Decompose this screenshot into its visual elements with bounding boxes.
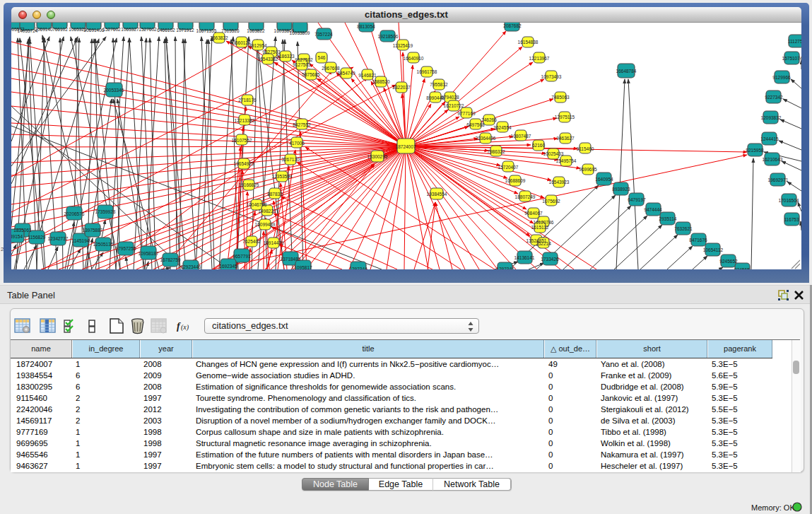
svg-text:12093832: 12093832: [761, 115, 782, 120]
svg-text:15720407: 15720407: [498, 165, 519, 170]
svg-text:9227342: 9227342: [765, 95, 783, 100]
svg-text:1527602: 1527602: [102, 27, 121, 32]
svg-text:20364436: 20364436: [476, 136, 496, 141]
svg-text:18807249: 18807249: [515, 194, 536, 199]
svg-text:1498222: 1498222: [258, 209, 276, 214]
svg-text:16640910: 16640910: [404, 56, 424, 61]
svg-text:3267130: 3267130: [281, 157, 300, 162]
svg-text:16648784: 16648784: [616, 69, 637, 74]
svg-text:8454749: 8454749: [337, 71, 355, 76]
svg-text:766102: 766102: [52, 27, 68, 32]
svg-text:15495754: 15495754: [556, 158, 577, 163]
svg-text:16914479: 16914479: [264, 240, 284, 245]
svg-text:17957255: 17957255: [116, 246, 136, 251]
svg-text:1615112: 1615112: [531, 225, 549, 230]
svg-text:6497568: 6497568: [466, 122, 485, 127]
svg-text:8427552: 8427552: [293, 122, 311, 127]
svg-text:3624554: 3624554: [493, 125, 512, 130]
svg-text:7357224: 7357224: [314, 32, 333, 37]
svg-text:546: 546: [318, 55, 326, 60]
svg-text:16961758: 16961758: [417, 69, 437, 74]
svg-text:2087682: 2087682: [503, 23, 522, 28]
svg-text:39154: 39154: [11, 234, 23, 239]
svg-text:1065327: 1065327: [121, 27, 139, 32]
svg-text:1145194: 1145194: [72, 238, 90, 243]
svg-text:1663822: 1663822: [247, 28, 265, 33]
svg-text:14136141: 14136141: [514, 255, 535, 260]
svg-text:1112753: 1112753: [788, 39, 801, 44]
svg-text:12975115: 12975115: [555, 115, 575, 119]
svg-text:20691406: 20691406: [84, 28, 105, 33]
svg-text:1292344: 1292344: [349, 267, 367, 270]
svg-text:1733426: 1733426: [541, 257, 559, 262]
svg-text:8186323: 8186323: [276, 54, 295, 59]
svg-text:12342737: 12342737: [48, 236, 69, 241]
svg-text:2069140: 2069140: [35, 27, 53, 32]
svg-text:16543382: 16543382: [258, 57, 278, 62]
svg-text:17359928: 17359928: [95, 209, 116, 214]
svg-text:6479197: 6479197: [628, 197, 646, 202]
svg-text:1588520: 1588520: [372, 79, 390, 84]
svg-text:16782759: 16782759: [160, 257, 181, 262]
svg-text:18724007: 18724007: [396, 144, 416, 149]
svg-text:16210643: 16210643: [763, 157, 783, 162]
svg-text:924565: 924565: [734, 267, 750, 270]
svg-text:7515526: 7515526: [221, 28, 240, 33]
svg-text:116753: 116753: [784, 217, 799, 222]
svg-text:8813054: 8813054: [357, 24, 375, 29]
svg-text:1244415: 1244415: [760, 136, 779, 141]
svg-text:16543923: 16543923: [549, 180, 570, 185]
svg-text:7955812: 7955812: [430, 82, 448, 87]
svg-text:1835061: 1835061: [13, 228, 32, 233]
svg-text:19218506: 19218506: [378, 34, 399, 39]
svg-text:10025433: 10025433: [543, 151, 564, 156]
svg-text:6466102: 6466102: [157, 28, 175, 33]
svg-text:16154838: 16154838: [518, 40, 539, 45]
svg-text:16033809: 16033809: [290, 30, 310, 35]
svg-text:12353594: 12353594: [272, 174, 293, 179]
svg-text:8938923: 8938923: [612, 187, 630, 192]
svg-text:9245652: 9245652: [719, 259, 738, 264]
svg-text:9474444: 9474444: [644, 207, 662, 212]
svg-text:19166825: 19166825: [239, 182, 259, 187]
svg-text:12923446: 12923446: [181, 264, 201, 269]
svg-text:10654112: 10654112: [703, 247, 724, 252]
svg-text:9129966: 9129966: [772, 75, 791, 80]
svg-text:17016504: 17016504: [779, 198, 799, 203]
svg-text:9463627: 9463627: [556, 136, 575, 141]
svg-text:10973493: 10973493: [541, 74, 562, 79]
svg-text:1640954: 1640954: [595, 177, 613, 182]
svg-text:252214: 252214: [536, 241, 551, 246]
svg-text:746266: 746266: [481, 117, 497, 122]
svg-text:2935114: 2935114: [659, 216, 677, 221]
svg-text:9127503: 9127503: [293, 62, 311, 67]
svg-text:10958187: 10958187: [139, 251, 159, 256]
svg-text:9115460: 9115460: [577, 146, 594, 151]
svg-text:16107552: 16107552: [232, 138, 252, 143]
svg-text:16120746: 16120746: [534, 220, 554, 225]
svg-text:9146821: 9146821: [358, 73, 377, 78]
svg-text:9777169: 9777169: [457, 111, 476, 116]
svg-text:1692345: 1692345: [219, 264, 237, 269]
svg-text:19692971: 19692971: [768, 177, 789, 182]
svg-text:11325419: 11325419: [393, 43, 413, 48]
svg-text:1071912: 1071912: [176, 28, 194, 33]
svg-text:9127502: 9127502: [295, 57, 313, 62]
svg-text:2718176: 2718176: [238, 98, 257, 103]
svg-text:9327503: 9327503: [262, 49, 281, 54]
svg-text:3660124: 3660124: [233, 40, 251, 45]
svg-text:12505135: 12505135: [93, 242, 114, 247]
svg-text:7632621: 7632621: [674, 226, 693, 231]
svg-text:12213383: 12213383: [235, 118, 255, 123]
svg-text:9699695: 9699695: [579, 167, 597, 172]
svg-text:13975887: 13975887: [83, 228, 103, 233]
svg-text:9657791: 9657791: [233, 254, 251, 259]
svg-text:7986322: 7986322: [487, 149, 505, 154]
svg-text:8471676: 8471676: [689, 238, 707, 243]
svg-text:15751074: 15751074: [782, 56, 801, 61]
svg-text:417006: 417006: [289, 141, 305, 146]
svg-text:8912954: 8912954: [249, 43, 267, 48]
svg-text:19384554: 19384554: [427, 192, 447, 197]
svg-text:12213967: 12213967: [529, 56, 550, 61]
svg-text:18300295: 18300295: [367, 154, 388, 159]
